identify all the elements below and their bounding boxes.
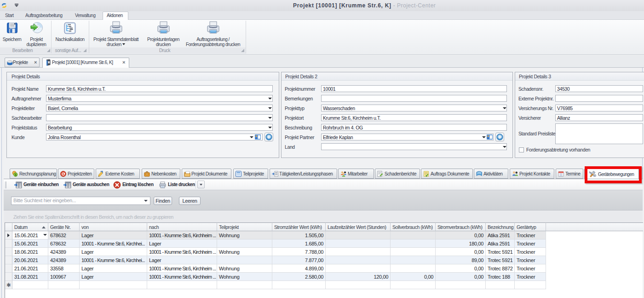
svg-text:$: $	[15, 173, 17, 176]
